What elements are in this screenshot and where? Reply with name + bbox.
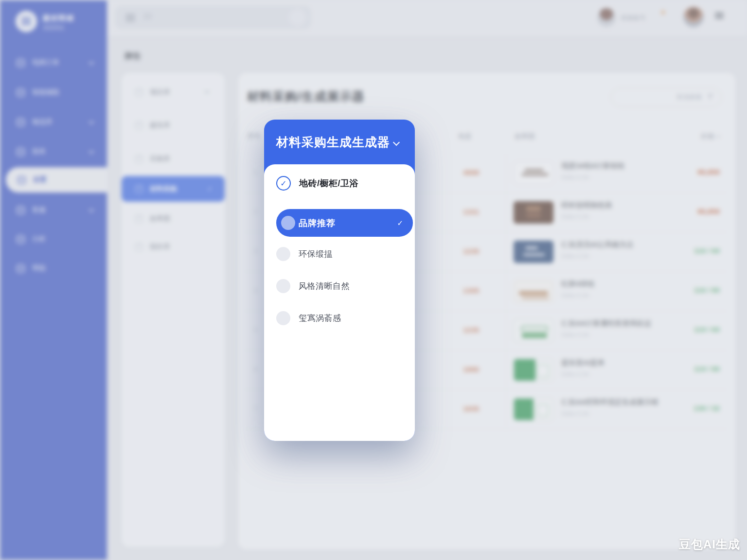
option-style[interactable]: 风格清晰自然 bbox=[276, 279, 413, 293]
option-label: 环保缎揾 bbox=[299, 248, 333, 260]
option-eco[interactable]: 环保缎揾 bbox=[276, 247, 413, 261]
check-icon bbox=[397, 219, 403, 228]
option-label: 品牌推荐 bbox=[299, 217, 336, 229]
modal-body: 地砖/橱柜/卫浴 品牌推荐 环保缎揾 风格清晰自然 玺寪涡萮感 bbox=[264, 164, 415, 441]
category-label: 地砖/橱柜/卫浴 bbox=[299, 177, 358, 189]
option-label: 风格清晰自然 bbox=[299, 280, 350, 292]
option-brand-selected[interactable]: 品牌推荐 bbox=[276, 209, 413, 237]
radio-icon bbox=[276, 311, 290, 325]
radio-icon bbox=[281, 216, 295, 230]
category-row[interactable]: 地砖/橱柜/卫浴 bbox=[276, 176, 358, 191]
check-circle-icon bbox=[276, 176, 291, 191]
radio-icon bbox=[276, 279, 290, 293]
option-label: 玺寪涡萮感 bbox=[299, 313, 341, 324]
app-window: 建材商城 管理系统 电商订单 智能辅助 物流库 报表 bbox=[0, 0, 747, 560]
ai-watermark: 豆包AI生成 bbox=[679, 537, 740, 552]
option-space[interactable]: 玺寪涡萮感 bbox=[276, 311, 413, 325]
modal-title: 材料采购生成生成器 bbox=[276, 134, 390, 150]
material-generator-modal: 材料采购生成生成器 地砖/橱柜/卫浴 品牌推荐 环保缎揾 风格清晰自然 bbox=[264, 120, 415, 441]
radio-icon bbox=[276, 247, 290, 261]
chevron-down-icon bbox=[393, 139, 400, 146]
